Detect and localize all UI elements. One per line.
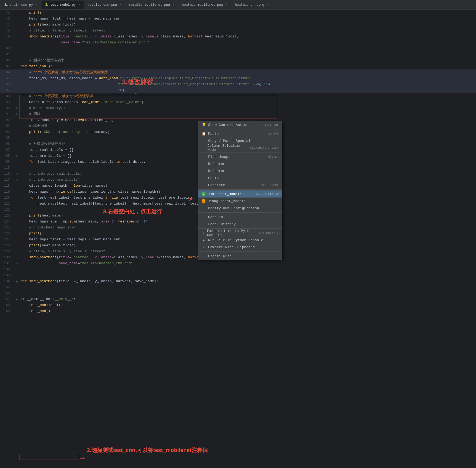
- code-line: 79 show_heatmaps(title="heatmap", x_labe…: [0, 34, 476, 40]
- tab-results-mobilenet[interactable]: results_mobilenet.png ×: [126, 1, 178, 9]
- ctx-separator: [198, 189, 282, 190]
- tab-label-train-cnn: train_cnn.py: [9, 3, 33, 7]
- tab-close-heatmap-mobilenet[interactable]: ×: [225, 3, 229, 7]
- code-line: 77 print(heat_maps_float): [0, 22, 476, 28]
- ctx-separator: [198, 251, 282, 252]
- ctx-label: Local History: [208, 222, 236, 226]
- tab-label-test-model: test_model.py: [50, 3, 76, 7]
- tab-close-train-cnn[interactable]: ×: [34, 3, 38, 7]
- code-line: 82 # 测试cnn模型准确率: [0, 58, 476, 63]
- ctx-copy-paste-special[interactable]: Copy / Paste Special ›: [198, 137, 282, 144]
- tab-heatmap-mobilenet[interactable]: heatmap_mobilenet.png ×: [179, 1, 231, 9]
- generate-icon: [202, 183, 206, 187]
- tab-label-results-cnn: results_cnn.png: [88, 3, 117, 7]
- tab-label-heatmap-mobilenet: heatmap_mobilenet.png: [182, 3, 223, 7]
- tab-close-heatmap-cnn[interactable]: ×: [266, 3, 270, 7]
- tab-close-results-cnn[interactable]: ×: [119, 3, 122, 7]
- ctx-label: Compare with Clipboard: [208, 245, 255, 249]
- ctx-label: Generate...: [208, 183, 231, 187]
- code-line: 131 ⊙ save_name="results/heatmap_cnn.png…: [0, 260, 476, 266]
- code-line: 83 def test_cnn():: [0, 63, 476, 69]
- refactor-icon: [202, 162, 206, 166]
- py-icon-active: 🐍: [45, 3, 49, 7]
- ctx-label: Open In: [208, 215, 223, 219]
- ctx-shortcut: Ctrl+Shift+F10: [254, 192, 279, 196]
- code-line: 166: [0, 290, 476, 296]
- ctx-execute-line[interactable]: ⚡ Execute Line in Python Console Alt+Shi…: [198, 230, 282, 237]
- code-line: 88 # todo 加载模型，修改为你的模型名称: [0, 93, 476, 99]
- tab-test-model[interactable]: 🐍 test_model.py ×: [42, 1, 84, 9]
- tab-close-test-model[interactable]: ×: [77, 3, 81, 7]
- ctx-label: Debug 'test_model': [208, 199, 246, 203]
- goto-icon: [202, 176, 206, 180]
- ctx-shortcut: Alt+Shift+E: [259, 231, 279, 235]
- ctx-debug-test-model[interactable]: Debug 'test_model': [198, 198, 282, 205]
- debug-icon: [202, 199, 205, 203]
- ctx-shortcut: Alt+Insert: [261, 183, 279, 187]
- code-line: 167 ▶ if __name__ == '__main__':: [0, 296, 476, 302]
- open-in-icon: [202, 215, 206, 219]
- compare-icon: ⚖: [202, 245, 206, 249]
- ctx-shortcut: Alt+Shift+Insert: [250, 146, 279, 149]
- column-icon: [202, 146, 205, 150]
- ctx-label: Modify Run Configuration...: [208, 206, 265, 210]
- ctx-column-selection[interactable]: Column Selection Mode Alt+Shift+Insert: [198, 144, 282, 151]
- history-icon: [202, 222, 206, 226]
- code-line: save_name="results/heatmap_mobilenet.png…: [0, 40, 476, 46]
- tab-close-results-mobilenet[interactable]: ×: [172, 3, 175, 7]
- ctx-separator: [198, 129, 282, 129]
- ctx-label: Paste: [208, 132, 219, 136]
- py-icon: 🐍: [4, 3, 8, 7]
- tab-results-cnn[interactable]: results_cnn.png ×: [85, 1, 125, 9]
- ctx-shortcut: Alt+F7: [268, 155, 279, 158]
- run-icon: [202, 192, 205, 196]
- ctx-find-usages[interactable]: Find Usages Alt+F7: [198, 153, 282, 160]
- editor-area: 75 print() 76 heat_maps_float = heat_map…: [0, 10, 476, 468]
- find-icon: [202, 155, 206, 159]
- ctx-label: Show Context Actions: [208, 123, 250, 127]
- ctx-run-test-model[interactable]: Run 'test_model' Ctrl+Shift+F10: [198, 190, 282, 198]
- ctx-open-in[interactable]: Open In ›: [198, 214, 282, 221]
- code-line: 76 heat_maps_float = heat_maps / heat_ma…: [0, 16, 476, 22]
- ctx-create-gist[interactable]: ⬡ Create Gist...: [198, 253, 282, 260]
- code-line: 168 test_mobilenet(): [0, 302, 476, 308]
- copy-icon: [202, 139, 206, 143]
- ctx-refactor[interactable]: Refactor ›: [198, 160, 282, 167]
- code-line: 165: [0, 284, 476, 290]
- ctx-separator: [198, 228, 282, 229]
- ctx-local-history[interactable]: Local History ›: [198, 221, 282, 228]
- submenu-arrow: ›: [277, 170, 279, 173]
- ctx-run-file-python[interactable]: ▶ Run File in Python Console: [198, 237, 282, 244]
- code-line: 81: [0, 52, 476, 58]
- ctx-generate[interactable]: Generate... Alt+Insert: [198, 182, 282, 189]
- ctx-label: Copy / Paste Special: [208, 139, 250, 143]
- ctx-modify-run[interactable]: Modify Run Configuration...: [198, 205, 282, 212]
- ctx-paste[interactable]: 📋 Paste Ctrl+V: [198, 130, 282, 137]
- submenu-arrow: ›: [277, 177, 279, 180]
- code-line: 91 ⊙ # 测试: [0, 111, 476, 117]
- ctx-shortcut: Ctrl+V: [268, 132, 279, 135]
- submenu-arrow: ›: [277, 223, 279, 226]
- code-line: 80: [0, 46, 476, 52]
- ctx-compare-clipboard[interactable]: ⚖ Compare with Clipboard: [198, 244, 282, 251]
- ctx-show-context-actions[interactable]: 💡 Show Context Actions Alt+Enter: [198, 121, 282, 128]
- fold-icon: [202, 169, 206, 173]
- context-menu: 💡 Show Context Actions Alt+Enter 📋 Paste…: [198, 121, 282, 260]
- submenu-arrow: ›: [277, 139, 279, 142]
- tab-label-results-mobilenet: results_mobilenet.png: [129, 3, 170, 7]
- ctx-goto[interactable]: Go To ›: [198, 174, 282, 182]
- ctx-folding[interactable]: Refactor ›: [198, 167, 282, 174]
- ctx-separator: [198, 212, 282, 213]
- code-line: 87 16): [0, 87, 476, 93]
- code-line: 133: [0, 272, 476, 278]
- tab-train-cnn[interactable]: 🐍 train_cnn.py ×: [1, 1, 41, 9]
- tab-heatmap-cnn[interactable]: heatmap_cnn.png ×: [232, 1, 273, 9]
- ctx-label: Column Selection Mode: [207, 144, 245, 152]
- ctx-shortcut: Alt+Enter: [263, 123, 279, 126]
- ctx-label: Refactor: [208, 162, 225, 166]
- code-line: 78 # title, x_labels, y_labels, harvest: [0, 28, 476, 34]
- ctx-separator: [198, 152, 282, 152]
- code-line: 169 test_cnn(): [0, 308, 476, 314]
- code-line: 90 ⊙ # model.summary(): [0, 105, 476, 111]
- tab-label-heatmap-cnn: heatmap_cnn.png: [235, 3, 264, 7]
